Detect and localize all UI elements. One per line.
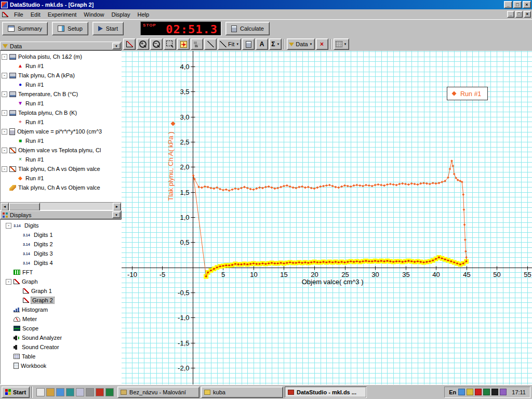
graph-plot[interactable]: -10-55101520253035404550554,03,53,02,52,…	[122, 51, 532, 384]
task-button-datastudio-mkl-ds[interactable]: DataStudio - mkl.ds ...	[285, 387, 367, 398]
collapse-toggle[interactable]: -	[6, 279, 11, 285]
quicklaunch-icon-6[interactable]	[86, 388, 94, 396]
tray-icon-1[interactable]	[458, 389, 465, 395]
display-item-digits[interactable]: -3.14Digits	[1, 221, 121, 230]
data-item-objem-valce-pi-r-r-y-100-cm-3[interactable]: -Objem valce = pi*r*r*y*100 (cm^3	[1, 127, 121, 136]
language-indicator[interactable]: En	[449, 389, 456, 395]
child-minimize-button[interactable]: _	[507, 11, 514, 18]
data-horizontal-scrollbar[interactable]: ◄ ►	[0, 202, 122, 210]
data-item-objem-valce-vs-teplota-plynu-cl[interactable]: -Objem valce vs Teplota plynu, Cl	[1, 145, 121, 155]
display-item-meter[interactable]: Meter	[1, 314, 121, 324]
smart-tool-button[interactable]	[177, 38, 190, 50]
blocks-icon	[194, 42, 201, 47]
summary-button[interactable]: Summary	[2, 22, 48, 35]
data-item-poloha-pistu-ch-1-2-m[interactable]: -Poloha pistu, Ch 1&2 (m)	[1, 52, 121, 61]
menu-item-window[interactable]: Window	[80, 10, 108, 19]
quicklaunch-icon-7[interactable]	[96, 388, 104, 396]
fit-menu-button[interactable]: Fit▼	[218, 38, 241, 50]
collapse-toggle[interactable]: -	[2, 129, 7, 135]
task-button-kuba[interactable]: kuba	[201, 387, 283, 398]
quicklaunch-icon-1[interactable]	[36, 388, 45, 396]
zoom-out-button[interactable]	[150, 38, 163, 50]
quicklaunch-icon-5[interactable]	[76, 388, 84, 396]
task-button-bez-n-zvu-malov-n[interactable]: Bez_názvu - Malování	[117, 387, 200, 398]
highlight-tool-button[interactable]	[191, 38, 203, 50]
display-item-sound-analyzer[interactable]: Sound Analyzer	[1, 333, 121, 342]
collapse-toggle[interactable]: -	[6, 223, 11, 229]
displays-panel-menu-button[interactable]: ▼	[112, 211, 121, 218]
zoom-select-button[interactable]	[164, 38, 176, 50]
data-item-run-1[interactable]: +Run #1	[1, 117, 121, 127]
tray-icon-2[interactable]	[467, 389, 473, 395]
scroll-thumb[interactable]	[9, 203, 40, 211]
display-item-table[interactable]: Table	[1, 352, 121, 361]
collapse-toggle[interactable]: -	[2, 148, 7, 153]
data-item-run-1[interactable]: ▼Run #1	[1, 99, 121, 108]
data-item-run-1[interactable]: ◆Run #1	[1, 174, 121, 183]
close-button[interactable]: ×	[523, 1, 531, 8]
collapse-toggle[interactable]: -	[2, 110, 7, 116]
quicklaunch-icon-2[interactable]	[46, 388, 55, 396]
menu-item-help[interactable]: Help	[134, 10, 153, 19]
maximize-button[interactable]: □	[513, 1, 522, 8]
scroll-track[interactable]	[40, 203, 113, 210]
data-item-tlak-plynu-ch-a-vs-objem-valce[interactable]: Tlak plynu, Ch A vs Objem valce	[1, 183, 121, 192]
data-item-run-1[interactable]: ●Run #1	[1, 80, 121, 89]
tray-icon-6[interactable]	[500, 389, 507, 395]
display-item-graph[interactable]: -Graph	[1, 277, 121, 286]
data-item-teplota-plynu-ch-b-k[interactable]: -Teplota plynu, Ch B (K)	[1, 108, 121, 117]
calculate-button[interactable]: Calculate	[225, 22, 270, 35]
setup-button[interactable]: Setup	[52, 22, 88, 35]
collapse-toggle[interactable]: -	[2, 166, 7, 172]
minimize-button[interactable]: _	[504, 1, 512, 8]
display-item-digits-4[interactable]: 3.14Digits 4	[1, 258, 121, 268]
display-item-histogram[interactable]: Histogram	[1, 305, 121, 314]
display-item-digits-3[interactable]: 3.14Digits 3	[1, 249, 121, 258]
data-item-run-1[interactable]: ■Run #1	[1, 136, 121, 145]
graph-settings-button[interactable]: ▼	[334, 38, 349, 50]
menu-item-display[interactable]: Display	[108, 10, 134, 19]
graph-area[interactable]: -10-55101520253035404550554,03,53,02,52,…	[122, 51, 532, 384]
calculate-tool-button[interactable]	[242, 38, 255, 50]
collapse-toggle[interactable]: -	[2, 54, 7, 60]
tray-icon-3[interactable]	[475, 389, 482, 395]
tray-icon-5[interactable]	[491, 389, 498, 395]
annotate-tool-button[interactable]: A	[256, 38, 268, 50]
display-item-graph-1[interactable]: Graph 1	[1, 286, 121, 296]
display-item-digits-2[interactable]: 3.14Digits 2	[1, 240, 121, 249]
child-restore-button[interactable]: □	[515, 11, 523, 18]
scroll-right-button[interactable]: ►	[113, 203, 121, 211]
child-close-button[interactable]: ×	[524, 11, 531, 18]
zoom-in-button[interactable]	[137, 38, 149, 50]
start-button[interactable]: Start	[2, 387, 30, 398]
display-item-fft[interactable]: FFT	[1, 268, 121, 277]
data-menu-button[interactable]: Data▼	[287, 38, 314, 50]
scale-to-fit-button[interactable]	[123, 38, 136, 50]
menu-item-edit[interactable]: Edit	[27, 10, 44, 19]
tray-icon-4[interactable]	[483, 389, 490, 395]
quicklaunch-icon-3[interactable]	[56, 388, 64, 396]
display-item-sound-creator[interactable]: Sound Creator	[1, 342, 121, 352]
start-button-toolbar[interactable]: Start	[92, 22, 124, 35]
data-item-tlak-plynu-ch-a-kpa[interactable]: -Tlak plynu, Ch A (kPa)	[1, 71, 121, 80]
legend[interactable]: Run #1	[447, 87, 488, 100]
quicklaunch-icon-4[interactable]	[66, 388, 74, 396]
data-item-tlak-plynu-ch-a-vs-objem-valce[interactable]: -Tlak plynu, Ch A vs Objem valce	[1, 164, 121, 174]
data-panel-menu-button[interactable]: ▼	[112, 43, 121, 49]
scroll-left-button[interactable]: ◄	[1, 203, 9, 211]
delete-button-button[interactable]: ×	[316, 38, 328, 50]
slope-tool-button[interactable]	[204, 38, 217, 50]
collapse-toggle[interactable]: -	[2, 73, 7, 78]
statistics-menu-button[interactable]: Σ▼	[269, 38, 282, 50]
data-item-run-1[interactable]: ×Run #1	[1, 155, 121, 164]
display-item-scope[interactable]: Scope	[1, 324, 121, 333]
display-item-graph-2[interactable]: Graph 2	[1, 296, 121, 305]
data-item-temperature-ch-b-c[interactable]: -Temperature, Ch B (°C)	[1, 89, 121, 99]
data-item-run-1[interactable]: ▲Run #1	[1, 61, 121, 71]
menu-item-file[interactable]: File	[10, 10, 27, 19]
display-item-workbook[interactable]: Workbook	[1, 361, 121, 370]
quicklaunch-icon-8[interactable]	[105, 388, 114, 396]
menu-item-experiment[interactable]: Experiment	[44, 10, 81, 19]
collapse-toggle[interactable]: -	[2, 91, 7, 97]
display-item-digits-1[interactable]: 3.14Digits 1	[1, 230, 121, 240]
